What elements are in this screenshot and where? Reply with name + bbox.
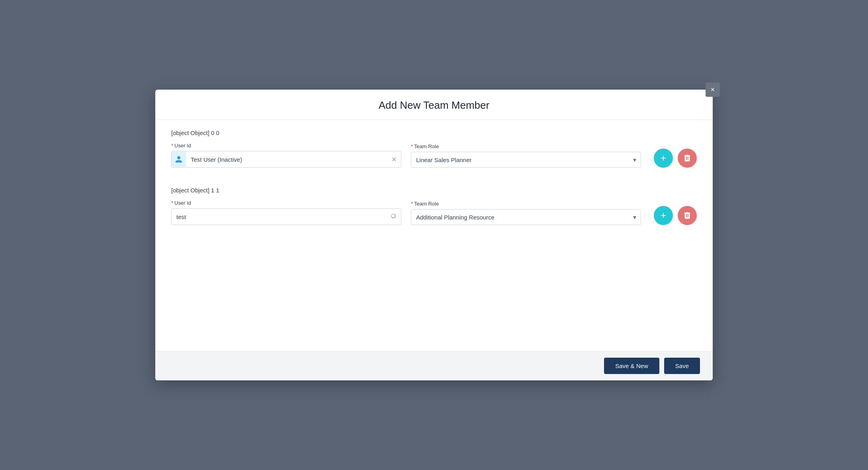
section-0-user-id-clear[interactable]: ✕ <box>388 154 399 165</box>
section-1-role-required: * <box>411 201 413 207</box>
section-0-user-icon <box>172 152 186 167</box>
section-0-label: [object Object] 0 0 <box>171 129 697 136</box>
section-1-user-id-group: *User Id <box>171 200 401 225</box>
user-avatar-icon <box>175 155 183 163</box>
modal-title: Add New Team Member <box>168 99 700 112</box>
trash-icon <box>683 154 692 163</box>
trash-icon-2 <box>683 211 692 220</box>
section-1-label: [object Object] 1 1 <box>171 187 697 194</box>
modal-header: Add New Team Member <box>155 90 713 120</box>
section-0-delete-button[interactable] <box>678 149 697 168</box>
section-1-user-id-input[interactable] <box>172 209 388 225</box>
modal-footer: Save & New Save <box>155 351 713 380</box>
section-0-user-required: * <box>171 143 173 149</box>
search-icon <box>390 213 397 220</box>
section-0-add-button[interactable]: + <box>654 149 673 168</box>
section-1-action-buttons: + <box>654 206 697 225</box>
section-0-team-role-group: *Team Role Linear Sales Planner Addition… <box>411 143 641 168</box>
section-0-role-required: * <box>411 143 413 149</box>
section-1-user-required: * <box>171 200 173 206</box>
section-0: [object Object] 0 0 *User Id <box>171 129 697 168</box>
section-1: [object Object] 1 1 *User Id <box>171 187 697 225</box>
section-1-team-role-select[interactable]: Linear Sales Planner Additional Planning… <box>411 209 641 225</box>
section-0-user-id-input[interactable] <box>186 151 388 167</box>
close-button[interactable]: × <box>706 82 720 97</box>
section-1-add-button[interactable]: + <box>654 206 673 225</box>
section-1-form-row: *User Id *Team <box>171 200 697 225</box>
section-1-user-id-label: *User Id <box>171 200 401 206</box>
section-0-form-row: *User Id ✕ <box>171 143 697 168</box>
section-1-team-role-label: *Team Role <box>411 201 641 207</box>
section-0-user-id-label: *User Id <box>171 143 401 149</box>
section-1-search-icon[interactable] <box>388 211 399 222</box>
section-0-action-buttons: + <box>654 149 697 168</box>
section-0-team-role-wrapper: Linear Sales Planner Additional Planning… <box>411 152 641 168</box>
section-1-delete-button[interactable] <box>678 206 697 225</box>
section-0-team-role-select[interactable]: Linear Sales Planner Additional Planning… <box>411 152 641 168</box>
section-0-team-role-label: *Team Role <box>411 143 641 149</box>
section-0-user-input-wrapper: ✕ <box>171 151 401 168</box>
section-1-team-role-wrapper: Linear Sales Planner Additional Planning… <box>411 209 641 225</box>
section-1-team-role-group: *Team Role Linear Sales Planner Addition… <box>411 201 641 225</box>
section-0-user-id-group: *User Id ✕ <box>171 143 401 168</box>
modal-dialog: Add New Team Member [object Object] 0 0 … <box>155 90 713 380</box>
save-button[interactable]: Save <box>664 358 700 374</box>
modal-overlay: × Add New Team Member [object Object] 0 … <box>155 90 713 380</box>
section-1-user-input-wrapper <box>171 208 401 225</box>
modal-body: [object Object] 0 0 *User Id <box>155 120 713 351</box>
save-new-button[interactable]: Save & New <box>604 358 659 374</box>
